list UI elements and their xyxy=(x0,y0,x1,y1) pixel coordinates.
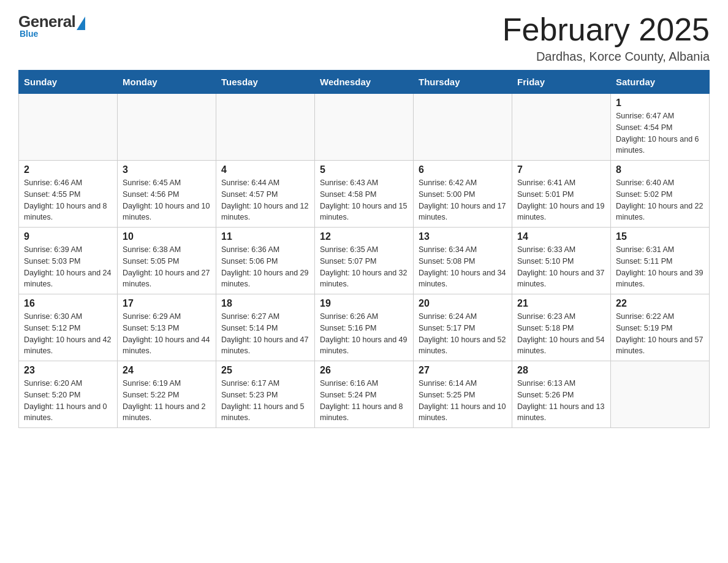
calendar-header-thursday: Thursday xyxy=(414,71,512,94)
day-number: 17 xyxy=(123,298,211,309)
day-number: 19 xyxy=(320,298,408,309)
logo: General Blue xyxy=(18,12,85,39)
calendar-cell xyxy=(118,94,216,161)
day-number: 6 xyxy=(419,164,507,175)
day-number: 22 xyxy=(616,298,704,309)
calendar-cell: 22Sunrise: 6:22 AM Sunset: 5:19 PM Dayli… xyxy=(611,294,710,361)
day-info: Sunrise: 6:16 AM Sunset: 5:24 PM Dayligh… xyxy=(320,378,408,424)
day-number: 10 xyxy=(123,231,211,242)
calendar-cell: 20Sunrise: 6:24 AM Sunset: 5:17 PM Dayli… xyxy=(414,294,512,361)
calendar-cell xyxy=(315,94,414,161)
day-number: 26 xyxy=(320,365,408,376)
day-info: Sunrise: 6:47 AM Sunset: 4:54 PM Dayligh… xyxy=(616,110,704,156)
day-info: Sunrise: 6:22 AM Sunset: 5:19 PM Dayligh… xyxy=(616,311,704,357)
calendar-cell: 3Sunrise: 6:45 AM Sunset: 4:56 PM Daylig… xyxy=(118,161,216,228)
calendar-cell: 27Sunrise: 6:14 AM Sunset: 5:25 PM Dayli… xyxy=(414,361,512,428)
day-info: Sunrise: 6:14 AM Sunset: 5:25 PM Dayligh… xyxy=(419,378,507,424)
calendar-cell: 17Sunrise: 6:29 AM Sunset: 5:13 PM Dayli… xyxy=(118,294,216,361)
calendar-cell: 26Sunrise: 6:16 AM Sunset: 5:24 PM Dayli… xyxy=(315,361,414,428)
calendar-header-monday: Monday xyxy=(118,71,216,94)
calendar-cell: 2Sunrise: 6:46 AM Sunset: 4:55 PM Daylig… xyxy=(19,161,118,228)
calendar-header-wednesday: Wednesday xyxy=(315,71,414,94)
day-number: 18 xyxy=(221,298,309,309)
day-info: Sunrise: 6:34 AM Sunset: 5:08 PM Dayligh… xyxy=(419,244,507,290)
day-number: 3 xyxy=(123,164,211,175)
day-number: 8 xyxy=(616,164,704,175)
day-info: Sunrise: 6:35 AM Sunset: 5:07 PM Dayligh… xyxy=(320,244,408,290)
calendar-cell xyxy=(414,94,512,161)
day-number: 7 xyxy=(517,164,605,175)
calendar-cell xyxy=(512,94,611,161)
calendar-cell: 5Sunrise: 6:43 AM Sunset: 4:58 PM Daylig… xyxy=(315,161,414,228)
day-info: Sunrise: 6:44 AM Sunset: 4:57 PM Dayligh… xyxy=(221,177,309,223)
day-number: 27 xyxy=(419,365,507,376)
location-subtitle: Dardhas, Korce County, Albania xyxy=(502,50,710,64)
logo-blue-text: Blue xyxy=(20,29,38,39)
calendar-cell: 18Sunrise: 6:27 AM Sunset: 5:14 PM Dayli… xyxy=(216,294,315,361)
calendar-header-saturday: Saturday xyxy=(611,71,710,94)
day-number: 4 xyxy=(221,164,309,175)
calendar-cell: 28Sunrise: 6:13 AM Sunset: 5:26 PM Dayli… xyxy=(512,361,611,428)
day-number: 15 xyxy=(616,231,704,242)
title-block: February 2025 Dardhas, Korce County, Alb… xyxy=(502,12,710,64)
calendar-cell: 13Sunrise: 6:34 AM Sunset: 5:08 PM Dayli… xyxy=(414,228,512,294)
page-header: General Blue February 2025 Dardhas, Korc… xyxy=(18,12,710,64)
calendar-cell: 4Sunrise: 6:44 AM Sunset: 4:57 PM Daylig… xyxy=(216,161,315,228)
day-info: Sunrise: 6:33 AM Sunset: 5:10 PM Dayligh… xyxy=(517,244,605,290)
day-info: Sunrise: 6:23 AM Sunset: 5:18 PM Dayligh… xyxy=(517,311,605,357)
calendar-cell: 15Sunrise: 6:31 AM Sunset: 5:11 PM Dayli… xyxy=(611,228,710,294)
logo-triangle-icon xyxy=(77,17,85,30)
calendar-cell: 12Sunrise: 6:35 AM Sunset: 5:07 PM Dayli… xyxy=(315,228,414,294)
day-info: Sunrise: 6:31 AM Sunset: 5:11 PM Dayligh… xyxy=(616,244,704,290)
day-number: 24 xyxy=(123,365,211,376)
calendar-cell: 6Sunrise: 6:42 AM Sunset: 5:00 PM Daylig… xyxy=(414,161,512,228)
calendar-week-row: 16Sunrise: 6:30 AM Sunset: 5:12 PM Dayli… xyxy=(19,294,710,361)
calendar-week-row: 2Sunrise: 6:46 AM Sunset: 4:55 PM Daylig… xyxy=(19,161,710,228)
day-info: Sunrise: 6:36 AM Sunset: 5:06 PM Dayligh… xyxy=(221,244,309,290)
calendar-header-tuesday: Tuesday xyxy=(216,71,315,94)
day-number: 5 xyxy=(320,164,408,175)
calendar-cell: 10Sunrise: 6:38 AM Sunset: 5:05 PM Dayli… xyxy=(118,228,216,294)
calendar-header-friday: Friday xyxy=(512,71,611,94)
day-info: Sunrise: 6:26 AM Sunset: 5:16 PM Dayligh… xyxy=(320,311,408,357)
day-number: 2 xyxy=(24,164,112,175)
calendar-cell: 24Sunrise: 6:19 AM Sunset: 5:22 PM Dayli… xyxy=(118,361,216,428)
calendar-cell xyxy=(19,94,118,161)
page-title: February 2025 xyxy=(502,12,710,47)
day-info: Sunrise: 6:29 AM Sunset: 5:13 PM Dayligh… xyxy=(123,311,211,357)
day-info: Sunrise: 6:41 AM Sunset: 5:01 PM Dayligh… xyxy=(517,177,605,223)
day-info: Sunrise: 6:20 AM Sunset: 5:20 PM Dayligh… xyxy=(24,378,112,424)
day-info: Sunrise: 6:42 AM Sunset: 5:00 PM Dayligh… xyxy=(419,177,507,223)
calendar-cell: 23Sunrise: 6:20 AM Sunset: 5:20 PM Dayli… xyxy=(19,361,118,428)
day-info: Sunrise: 6:46 AM Sunset: 4:55 PM Dayligh… xyxy=(24,177,112,223)
calendar-cell: 19Sunrise: 6:26 AM Sunset: 5:16 PM Dayli… xyxy=(315,294,414,361)
calendar-cell: 1Sunrise: 6:47 AM Sunset: 4:54 PM Daylig… xyxy=(611,94,710,161)
day-number: 11 xyxy=(221,231,309,242)
day-number: 23 xyxy=(24,365,112,376)
calendar-cell: 25Sunrise: 6:17 AM Sunset: 5:23 PM Dayli… xyxy=(216,361,315,428)
calendar-cell xyxy=(216,94,315,161)
day-info: Sunrise: 6:43 AM Sunset: 4:58 PM Dayligh… xyxy=(320,177,408,223)
calendar-week-row: 23Sunrise: 6:20 AM Sunset: 5:20 PM Dayli… xyxy=(19,361,710,428)
day-number: 13 xyxy=(419,231,507,242)
calendar-header-sunday: Sunday xyxy=(19,71,118,94)
day-info: Sunrise: 6:17 AM Sunset: 5:23 PM Dayligh… xyxy=(221,378,309,424)
day-info: Sunrise: 6:19 AM Sunset: 5:22 PM Dayligh… xyxy=(123,378,211,424)
day-number: 25 xyxy=(221,365,309,376)
calendar-week-row: 9Sunrise: 6:39 AM Sunset: 5:03 PM Daylig… xyxy=(19,228,710,294)
day-number: 28 xyxy=(517,365,605,376)
calendar-cell: 21Sunrise: 6:23 AM Sunset: 5:18 PM Dayli… xyxy=(512,294,611,361)
day-number: 12 xyxy=(320,231,408,242)
calendar-cell: 11Sunrise: 6:36 AM Sunset: 5:06 PM Dayli… xyxy=(216,228,315,294)
day-info: Sunrise: 6:39 AM Sunset: 5:03 PM Dayligh… xyxy=(24,244,112,290)
calendar-cell xyxy=(611,361,710,428)
calendar-header-row: SundayMondayTuesdayWednesdayThursdayFrid… xyxy=(19,71,710,94)
day-number: 21 xyxy=(517,298,605,309)
calendar-cell: 8Sunrise: 6:40 AM Sunset: 5:02 PM Daylig… xyxy=(611,161,710,228)
day-info: Sunrise: 6:38 AM Sunset: 5:05 PM Dayligh… xyxy=(123,244,211,290)
day-info: Sunrise: 6:13 AM Sunset: 5:26 PM Dayligh… xyxy=(517,378,605,424)
calendar-cell: 16Sunrise: 6:30 AM Sunset: 5:12 PM Dayli… xyxy=(19,294,118,361)
day-info: Sunrise: 6:27 AM Sunset: 5:14 PM Dayligh… xyxy=(221,311,309,357)
day-info: Sunrise: 6:45 AM Sunset: 4:56 PM Dayligh… xyxy=(123,177,211,223)
calendar-cell: 9Sunrise: 6:39 AM Sunset: 5:03 PM Daylig… xyxy=(19,228,118,294)
